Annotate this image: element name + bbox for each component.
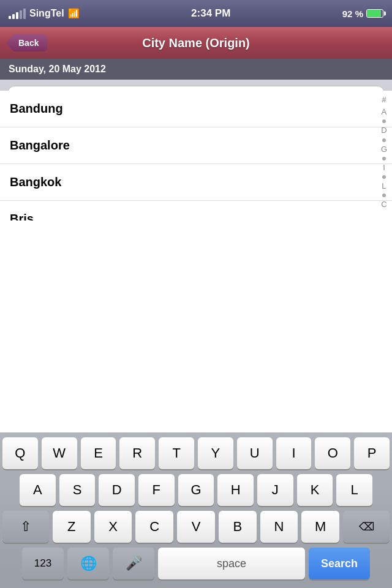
key-l[interactable]: L <box>336 474 372 506</box>
backspace-button[interactable]: ⌫ <box>343 511 390 543</box>
keyboard-row-4: 123 🌐 🎤 space Search <box>2 548 390 579</box>
key-i[interactable]: I <box>276 437 312 469</box>
status-bar: SingTel 📶 2:34 PM 92 % <box>0 0 392 27</box>
battery-icon <box>366 9 383 18</box>
status-left: SingTel 📶 <box>9 8 80 19</box>
keyboard-row-1: Q W E R T Y U I O P <box>2 437 390 469</box>
key-e[interactable]: E <box>81 437 116 469</box>
key-a[interactable]: A <box>20 474 56 506</box>
status-right: 92 % <box>342 9 383 19</box>
index-a[interactable]: A <box>382 107 387 118</box>
date-bar: Sunday, 20 May 2012 <box>0 59 392 80</box>
index-sidebar: # A D G I L C <box>381 91 387 210</box>
search-button[interactable]: Search <box>309 548 370 579</box>
key-f[interactable]: F <box>138 474 175 506</box>
list-item[interactable]: Bris <box>0 201 392 221</box>
key-s[interactable]: S <box>59 474 96 506</box>
index-g[interactable]: G <box>381 144 387 155</box>
carrier-label: SingTel <box>29 8 64 19</box>
key-t[interactable]: T <box>159 437 194 469</box>
key-k[interactable]: K <box>297 474 333 506</box>
battery-percent: 92 % <box>342 9 363 19</box>
key-x[interactable]: X <box>94 511 132 543</box>
key-j[interactable]: J <box>257 474 293 506</box>
back-button[interactable]: Back <box>6 34 47 51</box>
list-item[interactable]: Bandung <box>0 91 392 127</box>
key-u[interactable]: U <box>237 437 273 469</box>
index-dot <box>382 175 386 179</box>
numbers-button[interactable]: 123 <box>22 548 64 579</box>
list-item[interactable]: Bangalore <box>0 127 392 164</box>
index-c[interactable]: C <box>381 199 386 210</box>
index-dot <box>382 119 386 123</box>
key-y[interactable]: Y <box>198 437 233 469</box>
key-h[interactable]: H <box>217 474 254 506</box>
content-area: Bandung Bangalore Bangkok Bris # A D G I… <box>0 91 392 423</box>
key-q[interactable]: Q <box>2 437 38 469</box>
mic-button[interactable]: 🎤 <box>113 548 154 579</box>
index-l[interactable]: L <box>382 181 386 192</box>
wifi-icon: 📶 <box>68 8 80 19</box>
keyboard: Q W E R T Y U I O P A S D F G H J K L ⇧ … <box>0 432 392 588</box>
nav-title: City Name (Origin) <box>142 36 250 50</box>
index-d[interactable]: D <box>381 125 386 136</box>
battery-fill <box>367 10 381 17</box>
index-hash[interactable]: # <box>382 94 386 105</box>
index-dot <box>382 194 386 197</box>
results-list: Bandung Bangalore Bangkok Bris # A D G I… <box>0 91 392 221</box>
status-time: 2:34 PM <box>191 7 230 20</box>
space-button[interactable]: space <box>158 548 305 579</box>
key-n[interactable]: N <box>260 511 298 543</box>
nav-bar: Back City Name (Origin) <box>0 27 392 59</box>
index-dot <box>382 157 386 160</box>
key-v[interactable]: V <box>177 511 215 543</box>
key-d[interactable]: D <box>99 474 135 506</box>
key-z[interactable]: Z <box>53 511 91 543</box>
signal-bars <box>9 9 26 19</box>
keyboard-row-3: ⇧ Z X C V B N M ⌫ <box>2 511 390 543</box>
key-r[interactable]: R <box>119 437 155 469</box>
date-label: Sunday, 20 May 2012 <box>9 64 106 74</box>
index-dot <box>382 138 386 142</box>
key-c[interactable]: C <box>135 511 173 543</box>
list-item[interactable]: Bangkok <box>0 164 392 201</box>
key-p[interactable]: P <box>354 437 390 469</box>
key-g[interactable]: G <box>178 474 214 506</box>
key-o[interactable]: O <box>315 437 350 469</box>
globe-button[interactable]: 🌐 <box>67 548 109 579</box>
index-i[interactable]: I <box>383 162 385 173</box>
key-b[interactable]: B <box>219 511 257 543</box>
keyboard-row-2: A S D F G H J K L <box>2 474 390 506</box>
key-m[interactable]: M <box>301 511 339 543</box>
key-w[interactable]: W <box>42 437 77 469</box>
shift-button[interactable]: ⇧ <box>2 511 49 543</box>
